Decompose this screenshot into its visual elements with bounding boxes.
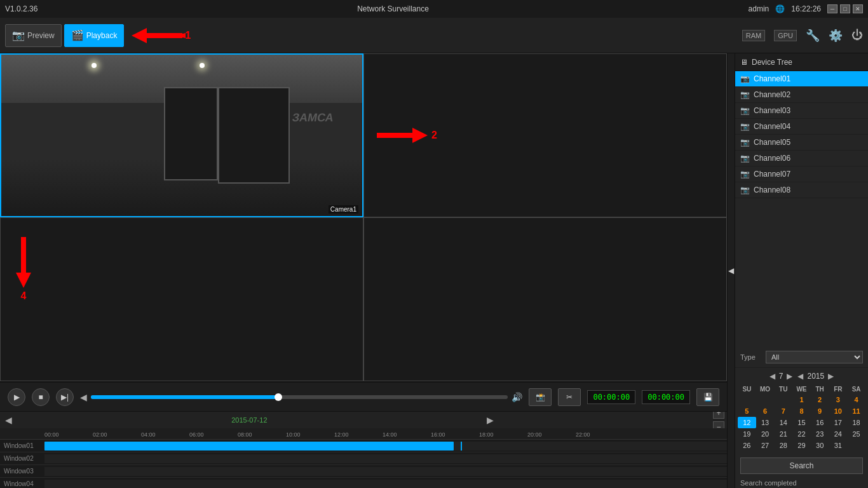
cam-icon-3: 📷 [740,106,750,115]
stop-button[interactable]: ■ [32,388,50,406]
type-select[interactable]: All Motion Alarm Manual [766,351,863,363]
cal-day[interactable]: 21 [774,428,792,440]
preview-label: Preview [27,31,55,40]
track-4[interactable] [44,480,727,489]
timeline-prev-button[interactable]: ◀ [3,414,15,426]
preview-button[interactable]: 📷 Preview [5,24,62,47]
next-month-button[interactable]: ▶ [785,370,794,382]
cal-day[interactable]: 16 [811,417,829,428]
channel-label-6: Channel06 [754,154,790,163]
cal-day[interactable]: 25 [847,428,865,440]
cam-icon-5: 📷 [740,138,750,147]
cal-day[interactable]: 26 [738,440,756,451]
cal-day[interactable]: 27 [756,440,775,451]
video-cell-1[interactable]: ЗАМСА Camera1 [0,53,363,217]
panel-collapse-handle[interactable]: ◀ [727,53,735,488]
cal-day[interactable]: 3 [829,394,848,405]
snapshot-button[interactable]: 📸 [529,388,552,406]
track-label-2: Window02 [0,455,44,462]
timeline-row-3: Window03 [0,465,727,478]
logout-icon[interactable]: ⏻ [851,29,863,42]
timeline-row-1: Window01 [0,440,727,452]
volume-icon[interactable]: 🔊 [512,392,522,402]
cal-day[interactable]: 15 [792,417,811,428]
channel-item-1[interactable]: 📷 Channel01 [735,71,868,87]
cal-day[interactable]: 17 [829,417,848,428]
device-tree-header: 🖥 Device Tree [735,53,868,71]
channel-item-7[interactable]: 📷 Channel07 [735,166,868,182]
cal-day[interactable]: 12 [738,417,756,428]
track-2[interactable] [44,454,727,463]
search-status: Search completed [735,478,868,488]
prev-month-button[interactable]: ◀ [768,370,776,382]
cal-day[interactable]: 31 [829,440,848,451]
timeline-next-button[interactable]: ▶ [484,414,496,426]
prev-icon[interactable]: ◀ [80,392,87,402]
cal-day[interactable]: 14 [774,417,792,428]
cal-day[interactable]: 24 [829,428,848,440]
time-00: 00:00 [44,431,59,438]
cal-day[interactable]: 23 [811,428,829,440]
channel-item-2[interactable]: 📷 Channel02 [735,87,868,103]
maximize-button[interactable]: □ [840,4,850,13]
cal-day[interactable]: 19 [738,428,756,440]
cal-day[interactable]: 8 [792,405,811,417]
clip-button[interactable]: ✂ [558,388,581,406]
zoom-in-button[interactable]: + [713,412,724,419]
cal-day[interactable] [847,440,865,451]
cal-day[interactable]: 4 [847,394,865,405]
prev-year-button[interactable]: ◀ [796,370,804,382]
cal-day[interactable]: 29 [792,440,811,451]
channel-item-3[interactable]: 📷 Channel03 [735,103,868,119]
cal-day[interactable]: 6 [756,405,775,417]
next-year-button[interactable]: ▶ [827,370,835,382]
time-22: 22:00 [576,431,590,438]
channel-item-4[interactable]: 📷 Channel04 [735,119,868,135]
cal-day[interactable] [756,394,775,405]
cam-icon-8: 📷 [740,186,750,194]
cal-day[interactable]: 22 [792,428,811,440]
settings-wrench-icon[interactable]: 🔧 [806,29,820,43]
total-time-display: 00:00:00 [642,390,690,404]
cal-day[interactable]: 9 [811,405,829,417]
cal-day[interactable]: 18 [847,417,865,428]
track-1[interactable] [44,442,727,451]
video-cell-4[interactable] [363,217,727,381]
progress-track[interactable] [91,395,508,399]
cal-day[interactable]: 5 [738,405,756,417]
cal-day[interactable]: 28 [774,440,792,451]
cal-day[interactable]: 2 [811,394,829,405]
save-button[interactable]: 💾 [696,388,719,406]
next-frame-button[interactable]: ▶| [56,388,74,406]
settings-gear-icon[interactable]: ⚙️ [829,29,843,43]
cal-day[interactable]: 1 [792,394,811,405]
close-button[interactable]: ✕ [853,4,863,13]
video-cell-3[interactable]: 4 [0,217,363,381]
progress-thumb[interactable] [275,393,282,401]
cal-day[interactable]: 10 [829,405,848,417]
time-04: 04:00 [141,431,156,438]
track-3[interactable] [44,467,727,476]
cal-day[interactable] [774,394,792,405]
search-button[interactable]: Search [740,458,863,474]
channel-item-6[interactable]: 📷 Channel06 [735,151,868,166]
cal-day[interactable]: 13 [756,417,775,428]
cal-day[interactable]: 7 [774,405,792,417]
playback-label: Playback [86,31,118,40]
video-cell-2[interactable]: 2 [363,53,727,217]
play-button[interactable]: ▶ [8,388,25,406]
minimize-button[interactable]: ─ [827,4,837,13]
cal-day[interactable]: 11 [847,405,865,417]
cal-day[interactable]: 20 [756,428,775,440]
cal-day[interactable]: 30 [811,440,829,451]
channel-item-5[interactable]: 📷 Channel05 [735,135,868,151]
time-02: 02:00 [93,431,107,438]
cal-day[interactable] [738,394,756,405]
cal-th-fr: FR [829,384,848,394]
scissors-icon: ✂ [566,393,573,402]
channel-item-8[interactable]: 📷 Channel08 [735,182,868,198]
channel-label-5: Channel05 [754,138,790,147]
progress-fill [91,395,278,399]
playback-button[interactable]: 🎬 Playback [64,24,125,47]
calendar-month: 7 [779,372,783,381]
